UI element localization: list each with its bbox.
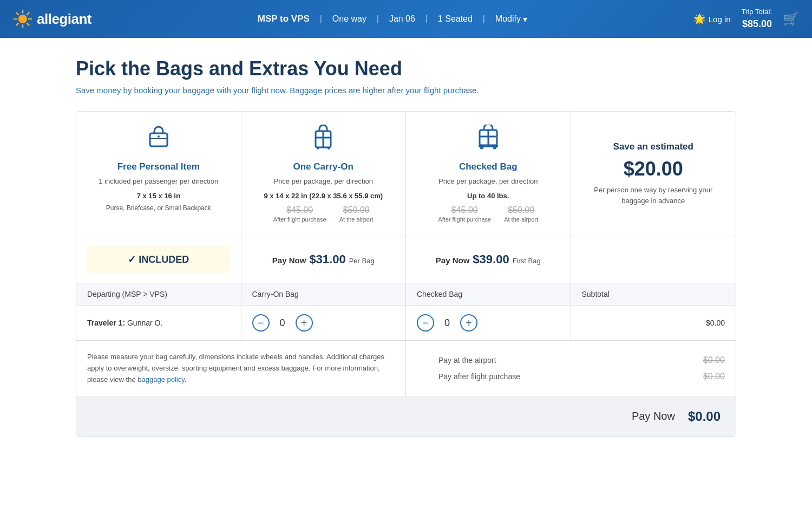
personal-item-title: Free Personal Item: [87, 161, 230, 172]
traveler-name-value: Gunnar O.: [127, 319, 162, 327]
pay-after-row: Pay after flight purchase $0.00: [417, 372, 725, 381]
svg-point-22: [494, 146, 496, 148]
logo-area: allegiant: [13, 9, 91, 29]
route-to: VPS: [291, 14, 310, 24]
seated-label: 1 Seated: [438, 14, 473, 24]
carryon-after-amount: $45.00: [273, 205, 326, 215]
header-right: 🌟 Log in Trip Total: $85.00 🛒: [693, 7, 799, 30]
svg-point-11: [158, 135, 160, 138]
subtotal-value: $0.00: [706, 319, 725, 327]
page-title: Pick the Bags and Extras You Need: [76, 57, 736, 80]
carryon-dims: 9 x 14 x 22 in (22.9 x 35.6 x 55.9 cm): [252, 192, 395, 200]
carryon-airport-price: $50.00 At the airport: [339, 205, 374, 223]
sep2: |: [372, 14, 384, 24]
svg-point-16: [328, 147, 330, 150]
carryon-qty-control: − 0 +: [252, 314, 313, 332]
save-amount: $20.00: [582, 158, 725, 180]
checked-dims: Up to 40 lbs.: [417, 192, 560, 200]
svg-rect-9: [150, 133, 167, 146]
carryon-desc: Price per package, per direction: [252, 177, 395, 186]
checked-pay-price: $39.00: [473, 252, 509, 267]
minus-icon: −: [422, 317, 429, 328]
save-col: Save an estimated $20.00 Per person one …: [571, 112, 736, 236]
plus-icon: +: [301, 317, 307, 328]
checked-pay-label: Pay Now: [436, 256, 470, 265]
checked-airport-label: At the airport: [504, 216, 538, 223]
carryon-prices: $45.00 After flight purchase $50.00 At t…: [252, 205, 395, 223]
svg-point-15: [317, 147, 319, 150]
carryon-pay-label: Pay Now: [272, 256, 306, 265]
allegiant-logo-icon: [13, 9, 32, 29]
traveler-label-bold: Traveler 1:: [87, 319, 125, 327]
login-button[interactable]: 🌟 Log in: [693, 13, 731, 25]
footer-note-right: Pay at the airport $0.00 Pay after fligh…: [406, 341, 736, 396]
pay-total-amount: $0.00: [688, 409, 721, 424]
route-arrow: to: [280, 14, 291, 24]
checked-airport-amount: $50.00: [504, 205, 538, 215]
pay-total-row: Pay Now $0.00: [76, 397, 736, 436]
baggage-policy-link[interactable]: baggage policy.: [137, 375, 186, 384]
page-subtitle: Save money by booking your baggage with …: [76, 86, 736, 95]
checked-bag-icon: [417, 125, 560, 156]
svg-line-6: [27, 23, 29, 25]
th-departing: Departing (MSP > VPS): [76, 283, 241, 305]
carryon-icon: [252, 125, 395, 156]
checked-after-label: After flight purchase: [438, 216, 491, 223]
header: allegiant MSP to VPS | One way | Jan 06 …: [0, 0, 812, 38]
save-desc: Per person one way by reserving your bag…: [582, 185, 725, 206]
checked-pay-now: Pay Now $39.00 First Bag: [436, 252, 541, 267]
carryon-after-label: After flight purchase: [273, 216, 326, 223]
subtotal-cell: $0.00: [571, 306, 736, 340]
trip-type: One way: [332, 14, 366, 24]
included-col: ✓ INCLUDED: [76, 236, 241, 283]
carryon-pay-price: $31.00: [309, 252, 345, 267]
carryon-airport-amount: $50.00: [339, 205, 374, 215]
save-title: Save an estimated: [582, 141, 725, 152]
carryon-col: One Carry-On Price per package, per dire…: [241, 112, 407, 236]
nav-route: MSP to VPS: [258, 14, 310, 24]
checked-qty-cell: − 0 +: [406, 306, 571, 340]
bags-top-row: Free Personal Item 1 included per passen…: [76, 112, 736, 236]
traveler-name-cell: Traveler 1: Gunnar O.: [76, 306, 241, 340]
logo-text: allegiant: [37, 11, 91, 28]
trip-total: Trip Total: $85.00: [742, 7, 772, 30]
carryon-increment-button[interactable]: +: [296, 314, 313, 332]
carryon-cta-col: Pay Now $31.00 Per Bag: [241, 236, 407, 283]
checked-qty-value: 0: [442, 317, 453, 329]
checked-prices: $45.00 After flight purchase $50.00 At t…: [417, 205, 560, 223]
checked-after-price: $45.00 After flight purchase: [438, 205, 491, 223]
route-from: MSP: [258, 14, 278, 24]
carryon-after-price: $45.00 After flight purchase: [273, 205, 326, 223]
svg-line-8: [17, 23, 19, 25]
modify-button[interactable]: Modify ▾: [495, 14, 527, 24]
footer-note-row: Please measure your bag carefully, dimen…: [76, 341, 736, 397]
pay-after-label: Pay after flight purchase: [438, 372, 520, 381]
cart-icon[interactable]: 🛒: [783, 11, 799, 27]
user-icon: 🌟: [693, 13, 705, 25]
traveler-label: Traveler 1: Gunnar O.: [87, 319, 162, 327]
svg-point-0: [18, 15, 27, 23]
carryon-decrement-button[interactable]: −: [252, 314, 270, 332]
personal-item-desc: 1 included per passenger per direction: [87, 177, 230, 186]
checked-increment-button[interactable]: +: [460, 314, 477, 332]
trip-total-amount: $85.00: [742, 17, 772, 31]
plus-icon: +: [466, 317, 472, 328]
save-cta-col: [571, 236, 736, 283]
checked-bag-col: Checked Bag Price per package, per direc…: [406, 112, 571, 236]
footer-note-text: Please measure your bag carefully, dimen…: [87, 353, 384, 384]
bags-cta-row: ✓ INCLUDED Pay Now $31.00 Per Bag Pay No…: [76, 236, 736, 283]
checked-cta-col: Pay Now $39.00 First Bag: [406, 236, 571, 283]
th-checked: Checked Bag: [406, 283, 571, 305]
login-label: Log in: [709, 15, 731, 24]
carryon-qty-cell: − 0 +: [241, 306, 407, 340]
sep1: |: [315, 14, 327, 24]
sep3: |: [421, 14, 433, 24]
included-badge: ✓ INCLUDED: [87, 246, 230, 273]
personal-item-dims: 7 x 15 x 16 in: [87, 192, 230, 200]
carryon-title: One Carry-On: [252, 161, 395, 172]
pay-after-value: $0.00: [703, 372, 725, 381]
main-content: Pick the Bags and Extras You Need Save m…: [54, 38, 758, 456]
checked-desc: Price per package, per direction: [417, 177, 560, 186]
personal-item-icon: [87, 125, 230, 156]
checked-decrement-button[interactable]: −: [417, 314, 434, 332]
